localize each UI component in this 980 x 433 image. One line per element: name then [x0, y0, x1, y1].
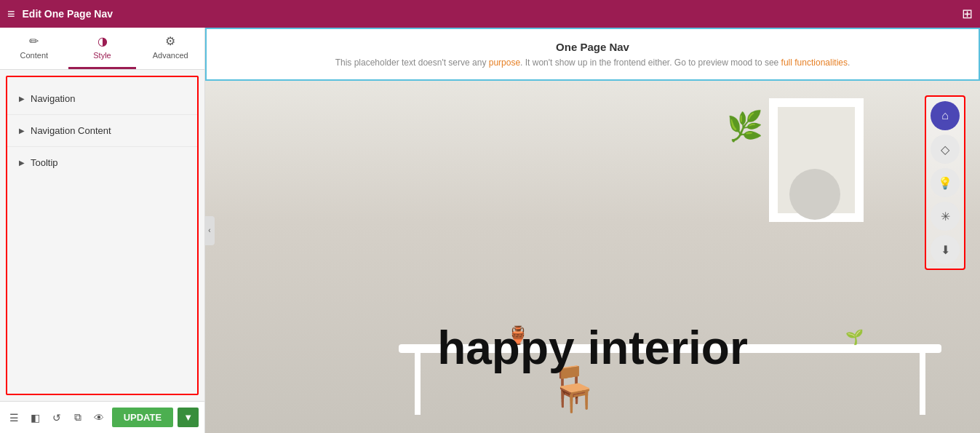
nav-content-arrow-icon: ▶: [19, 127, 25, 135]
page-title: Edit One Page Nav: [23, 8, 962, 20]
content-tab-icon: ✏: [29, 34, 39, 48]
preview-banner: One Page Nav This placeholder text doesn…: [205, 28, 980, 81]
hamburger-icon[interactable]: ≡: [7, 7, 15, 22]
section-navigation-content-label: Navigation Content: [31, 125, 111, 136]
nav-dots-panel: ⌂ ◇ 💡 ✳ ⬇: [925, 95, 965, 270]
tab-advanced-label: Advanced: [153, 51, 188, 60]
preview-icon[interactable]: 👁: [91, 408, 108, 428]
preview-image: 🌿 🏺 🌱 🪑 happy interior ⌂ ◇ 💡 ✳ ⬇: [205, 81, 980, 433]
section-navigation-label: Navigation: [31, 93, 75, 104]
sections-list: ▶ Navigation ▶ Navigation Content ▶ Tool…: [6, 76, 199, 395]
tab-content-label: Content: [20, 51, 49, 60]
tabs-bar: ✏ Content ◑ Style ⚙ Advanced: [0, 28, 204, 70]
top-bar: ≡ Edit One Page Nav ⊞: [0, 0, 980, 28]
nav-dot-download[interactable]: ⬇: [931, 235, 960, 264]
main-layout: ✏ Content ◑ Style ⚙ Advanced ▶ Navigatio…: [0, 28, 980, 433]
banner-text-3: .: [848, 57, 850, 68]
main-hero-text: happy interior: [437, 321, 748, 375]
plant-decoration: 🌿: [727, 109, 763, 143]
layers-icon[interactable]: ☰: [6, 408, 23, 428]
history-icon[interactable]: ↺: [48, 408, 65, 428]
grid-icon[interactable]: ⊞: [962, 6, 973, 22]
tab-advanced[interactable]: ⚙ Advanced: [136, 28, 204, 69]
collapse-handle[interactable]: ‹: [205, 216, 215, 245]
vase-right: 🌱: [845, 328, 864, 346]
desk-left-leg: [415, 349, 421, 415]
banner-em-1: purpose: [489, 57, 520, 68]
art-circle: [789, 169, 840, 220]
tab-style[interactable]: ◑ Style: [68, 28, 137, 69]
desk-right-leg: [920, 349, 925, 415]
banner-em-2: full functionalities: [781, 57, 848, 68]
content-area: ‹ One Page Nav This placeholder text doe…: [205, 28, 980, 433]
nav-arrow-icon: ▶: [19, 95, 25, 103]
banner-text-2: . It won't show up in the frontend eithe…: [520, 57, 781, 68]
bottom-toolbar: ☰ ◧ ↺ ⧉ 👁 UPDATE ▼: [0, 401, 204, 433]
section-navigation-content[interactable]: ▶ Navigation Content: [7, 115, 197, 147]
layout-icon[interactable]: ◧: [27, 408, 44, 428]
preview-banner-title: One Page Nav: [221, 41, 964, 53]
section-tooltip-label: Tooltip: [31, 157, 58, 168]
nav-dot-home[interactable]: ⌂: [931, 101, 960, 130]
banner-text-1: This placeholder text doesn't serve any: [335, 57, 489, 68]
nav-dot-bulb[interactable]: 💡: [931, 168, 960, 197]
duplicate-icon[interactable]: ⧉: [69, 408, 86, 428]
section-tooltip[interactable]: ▶ Tooltip: [7, 147, 197, 178]
update-button[interactable]: UPDATE: [112, 408, 173, 427]
tab-style-label: Style: [93, 51, 111, 60]
advanced-tab-icon: ⚙: [165, 34, 175, 48]
tab-content[interactable]: ✏ Content: [0, 28, 68, 69]
sidebar: ✏ Content ◑ Style ⚙ Advanced ▶ Navigatio…: [0, 28, 205, 433]
update-arrow-button[interactable]: ▼: [178, 408, 199, 427]
nav-dot-snowflake[interactable]: ✳: [931, 202, 960, 231]
style-tab-icon: ◑: [97, 34, 108, 48]
tooltip-arrow-icon: ▶: [19, 159, 25, 167]
nav-dot-diamond[interactable]: ◇: [931, 135, 960, 164]
section-navigation[interactable]: ▶ Navigation: [7, 83, 197, 115]
preview-banner-text: This placeholder text doesn't serve any …: [221, 57, 964, 68]
